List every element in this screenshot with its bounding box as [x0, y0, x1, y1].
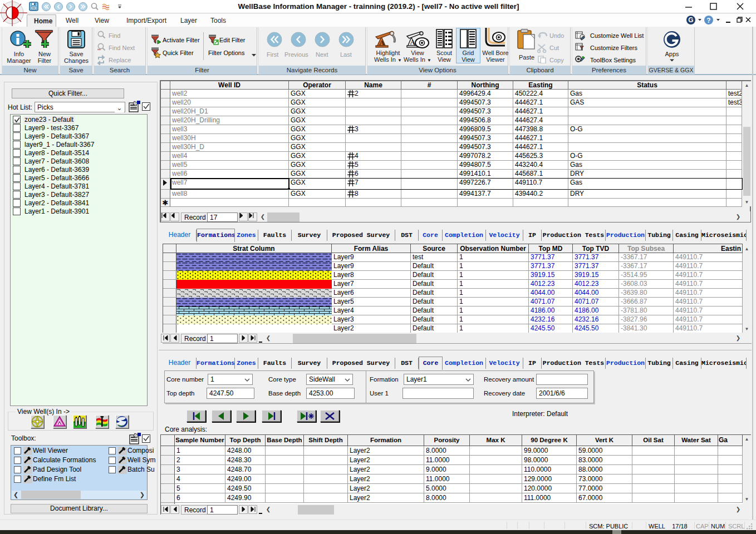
svg-text:G: G	[688, 16, 693, 24]
svg-text:?: ?	[706, 17, 710, 24]
svg-text:A: A	[410, 38, 415, 46]
svg-text:A: A	[379, 38, 385, 47]
